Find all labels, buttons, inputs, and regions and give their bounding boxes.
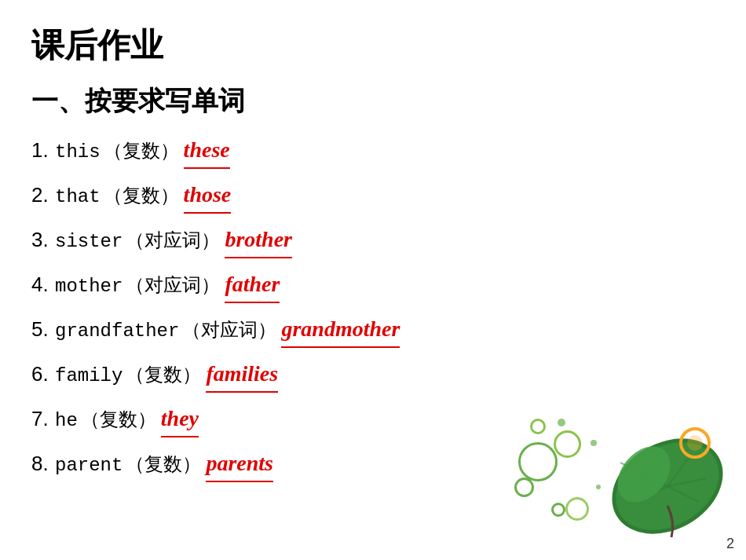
item-answer: they (161, 402, 199, 437)
section-title: 一、按要求写单词 (31, 83, 715, 119)
page-number: 2 (726, 536, 734, 552)
item-word: mother (55, 273, 123, 301)
item-label: （复数） (104, 137, 179, 165)
item-number: 5. (31, 314, 55, 345)
item-word: sister (55, 228, 123, 256)
item-number: 2. (31, 180, 55, 210)
item-label: （对应词） (182, 316, 276, 344)
item-answer: parents (206, 447, 273, 482)
item-answer: these (184, 134, 230, 169)
item-number: 1. (31, 135, 55, 166)
deco-dot-3 (558, 419, 565, 426)
item-label: （复数） (126, 361, 201, 389)
item-answer: those (184, 178, 232, 214)
item-number: 6. (31, 359, 55, 390)
deco-circle-5 (551, 503, 565, 517)
item-word: he (55, 407, 78, 435)
item-word: that (55, 183, 101, 211)
item-answer: father (225, 268, 280, 303)
item-number: 8. (31, 448, 55, 479)
item-label: （复数） (104, 181, 179, 210)
item-word: this (55, 138, 101, 167)
item-answer: brother (225, 223, 292, 258)
deco-circle-1 (518, 442, 558, 481)
list-item: 3.sister （对应词） brother (31, 223, 715, 258)
item-number: 3. (31, 225, 55, 255)
item-word: parent (55, 452, 123, 480)
item-answer: families (206, 357, 278, 393)
list-item: 2.that （复数） those (31, 178, 715, 214)
item-label: （对应词） (126, 226, 220, 254)
slide: 课后作业 一、按要求写单词 1.this （复数） these2.that （复… (0, 0, 746, 560)
deco-circle-4 (530, 419, 546, 434)
deco-circle-3 (514, 478, 534, 497)
svg-point-9 (687, 435, 703, 451)
item-number: 4. (31, 269, 55, 300)
item-answer: grandmother (281, 313, 400, 348)
item-word: family (55, 362, 123, 390)
list-item: 5.grandfather （对应词） grandmother (31, 313, 715, 348)
item-word: grandfather (55, 317, 179, 346)
item-number: 7. (31, 404, 55, 434)
leaf-decoration (573, 400, 730, 544)
item-label: （对应词） (126, 271, 220, 299)
list-item: 4.mother （对应词） father (31, 268, 715, 303)
item-label: （复数） (81, 405, 156, 434)
list-item: 6.family （复数） families (31, 357, 715, 393)
page-title: 课后作业 (31, 24, 715, 68)
list-item: 1.this （复数） these (31, 134, 715, 169)
item-label: （复数） (126, 450, 201, 478)
